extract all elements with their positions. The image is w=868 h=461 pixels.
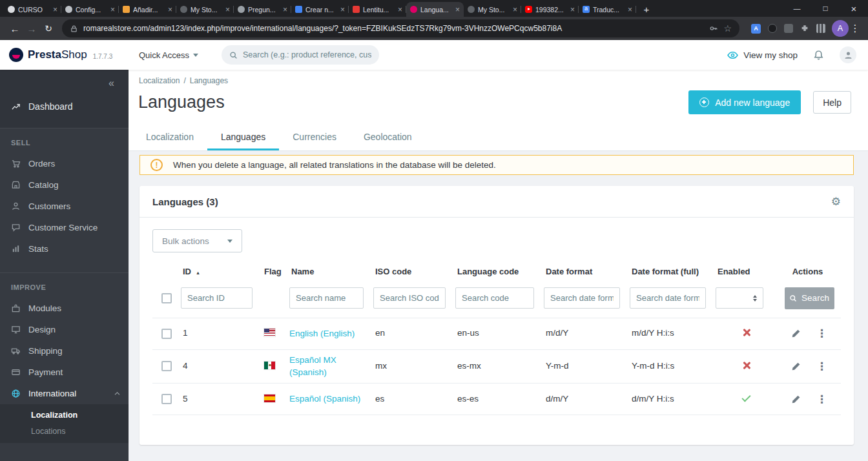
enabled-status-icon[interactable]	[741, 394, 752, 402]
bulk-actions-button[interactable]: Bulk actions	[152, 229, 242, 252]
filter-iso-input[interactable]	[373, 287, 446, 309]
extension-icon[interactable]	[768, 24, 777, 33]
enabled-status-icon[interactable]	[742, 328, 751, 337]
url-text[interactable]: romarealstore.com/admin123/index.php/imp…	[83, 24, 704, 33]
sort-asc-icon[interactable]	[195, 269, 201, 276]
sidebar-subitem-locations[interactable]: Locations	[0, 423, 129, 439]
tab-close-icon[interactable]	[570, 6, 575, 14]
add-new-language-button[interactable]: Add new language	[688, 90, 801, 114]
row-checkbox[interactable]	[161, 329, 172, 339]
tab-close-icon[interactable]	[283, 6, 287, 14]
sidebar-item-shipping[interactable]: Shipping	[0, 340, 129, 362]
language-name-link[interactable]: English (English)	[289, 327, 360, 340]
extension-icon[interactable]	[816, 24, 825, 33]
sidebar-item-orders[interactable]: Orders	[0, 153, 129, 174]
browser-tab[interactable]: Traduc...	[579, 2, 636, 17]
help-button[interactable]: Help	[813, 91, 851, 114]
new-tab-button[interactable]	[639, 2, 654, 17]
quick-access-dropdown[interactable]: Quick Access	[139, 50, 198, 60]
window-close-button[interactable]	[840, 0, 868, 17]
sidebar-item-modules[interactable]: Modules	[0, 298, 129, 319]
browser-tab[interactable]: Pregun...	[234, 2, 291, 17]
tab-close-icon[interactable]	[513, 6, 517, 14]
prestashop-logo[interactable]: PrestaShop 1.7.7.3	[0, 48, 129, 62]
gear-icon[interactable]	[831, 195, 841, 209]
tab-currencies[interactable]: Currencies	[279, 124, 350, 150]
language-name-link[interactable]: Español (Spanish)	[289, 393, 366, 405]
edit-pencil-icon[interactable]	[791, 394, 801, 404]
tab-close-icon[interactable]	[398, 6, 402, 14]
browser-tab[interactable]: Config...	[61, 2, 119, 17]
address-bar[interactable]: romarealstore.com/admin123/index.php/imp…	[62, 19, 739, 37]
profile-avatar[interactable]	[840, 46, 856, 63]
row-menu-icon[interactable]	[816, 360, 827, 373]
sidebar-item-payment[interactable]: Payment	[0, 362, 129, 383]
edit-pencil-icon[interactable]	[791, 329, 801, 338]
tab-close-icon[interactable]	[340, 6, 345, 14]
tab-close-icon[interactable]	[628, 6, 632, 14]
enabled-filter-select[interactable]	[716, 287, 763, 309]
admin-search-input[interactable]	[243, 50, 371, 59]
breadcrumb-parent[interactable]: Localization	[139, 76, 180, 85]
reload-button[interactable]	[40, 20, 57, 37]
select-all-checkbox[interactable]	[161, 293, 172, 303]
window-minimize-button[interactable]	[783, 0, 811, 17]
column-header-enabled[interactable]: Enabled	[716, 261, 778, 286]
bookmark-star-icon[interactable]	[723, 23, 732, 34]
browser-tab[interactable]: Añadir...	[119, 2, 176, 17]
search-button[interactable]: Search	[785, 287, 834, 309]
filter-id-input[interactable]	[181, 287, 253, 309]
sidebar-item-stats[interactable]: Stats	[0, 238, 129, 260]
sidebar-item-international[interactable]: International	[0, 383, 129, 404]
filter-language-code-input[interactable]	[455, 287, 534, 309]
column-header-language-code[interactable]: Language code	[455, 261, 544, 286]
row-menu-icon[interactable]	[816, 393, 827, 406]
edit-pencil-icon[interactable]	[791, 362, 801, 371]
tab-close-icon[interactable]	[455, 6, 460, 14]
browser-tab[interactable]: CURSO	[4, 2, 61, 17]
enabled-status-icon[interactable]	[742, 361, 751, 370]
row-checkbox[interactable]	[161, 394, 172, 404]
back-button[interactable]	[6, 20, 23, 37]
sidebar-item-dashboard[interactable]: Dashboard	[0, 94, 129, 119]
translate-extension-icon[interactable]	[751, 24, 761, 34]
tab-close-icon[interactable]	[225, 6, 230, 14]
language-name-link[interactable]: Español MX (Spanish)	[289, 354, 373, 379]
row-menu-icon[interactable]	[816, 327, 827, 340]
browser-tab[interactable]: Crear n...	[291, 2, 349, 17]
browser-tab[interactable]: My Sto...	[176, 2, 234, 17]
column-header-date-format-full[interactable]: Date format (full)	[630, 261, 716, 286]
browser-profile-avatar[interactable]: A	[832, 20, 849, 37]
browser-tab-active[interactable]: Langua...	[406, 2, 464, 17]
extensions-puzzle-icon[interactable]	[800, 24, 809, 33]
browser-tab[interactable]: Lentitu...	[349, 2, 406, 17]
filter-name-input[interactable]	[289, 287, 364, 309]
tab-languages[interactable]: Languages	[207, 124, 279, 150]
browser-menu-icon[interactable]	[849, 23, 862, 34]
sidebar-subitem-localization[interactable]: Localization	[0, 407, 129, 423]
column-header-id[interactable]: ID	[181, 261, 262, 286]
sidebar-item-customer-service[interactable]: Customer Service	[0, 217, 129, 238]
row-checkbox[interactable]	[161, 361, 172, 371]
column-header-iso[interactable]: ISO code	[373, 261, 455, 286]
sidebar-item-customers[interactable]: Customers	[0, 196, 129, 217]
tab-close-icon[interactable]	[168, 6, 172, 14]
sidebar-item-catalog[interactable]: Catalog	[0, 174, 129, 196]
view-my-shop-link[interactable]: View my shop	[727, 50, 798, 60]
extension-icon[interactable]	[784, 24, 793, 33]
filter-date-format-input[interactable]	[544, 287, 620, 309]
filter-date-format-full-input[interactable]	[630, 287, 706, 309]
sidebar-collapse-icon[interactable]	[108, 77, 113, 89]
column-header-name[interactable]: Name	[289, 261, 373, 286]
browser-tab[interactable]: 199382...	[521, 2, 579, 17]
password-key-icon[interactable]	[709, 24, 718, 33]
tab-geolocation[interactable]: Geolocation	[350, 124, 426, 150]
sidebar-item-design[interactable]: Design	[0, 319, 129, 340]
column-header-date-format[interactable]: Date format	[544, 261, 630, 286]
window-maximize-button[interactable]	[811, 0, 840, 17]
forward-button[interactable]	[23, 20, 40, 37]
tab-localization[interactable]: Localization	[132, 124, 207, 150]
notifications-bell-icon[interactable]	[813, 50, 824, 61]
tab-close-icon[interactable]	[53, 6, 57, 14]
browser-tab[interactable]: My Sto...	[464, 2, 521, 17]
